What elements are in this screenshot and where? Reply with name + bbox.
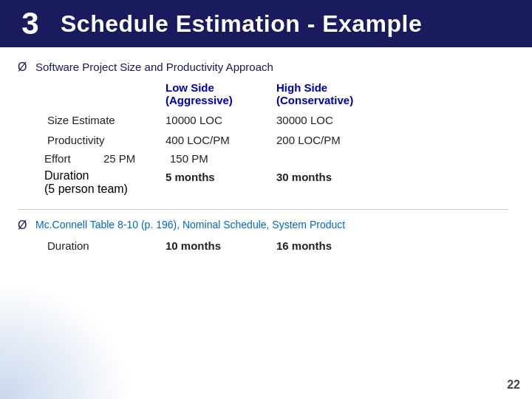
duration-sublabel: (5 person team) [44,183,163,196]
slide: 3 Schedule Estimation - Example Ø Softwa… [0,0,532,399]
duration2-table: Duration 10 months 16 months [18,238,508,253]
productivity-label: Productivity [44,132,163,148]
table-area: Low Side (Aggressive) High Side (Conserv… [18,80,508,200]
bullet-text-1: Software Project Size and Productivity A… [35,61,273,73]
effort-val1: 25 PM [103,152,170,165]
size-val2: 30000 LOC [273,112,392,128]
th-aggressive: (Aggressive) [166,94,233,106]
duration-val1: 5 months [163,169,273,185]
duration2-label: Duration [44,238,163,253]
bullet-row-1: Ø Software Project Size and Productivity… [18,61,508,74]
effort-row: Effort 25 PM 150 PM [44,152,508,165]
duration-label: Duration [44,169,163,183]
slide-header: 3 Schedule Estimation - Example [0,0,532,47]
size-val1: 10000 LOC [163,112,273,128]
size-estimate-row: Size Estimate 10000 LOC 30000 LOC [44,112,508,128]
bullet-row-2: Ø Mc.Connell Table 8-10 (p. 196), Nomina… [18,219,508,232]
th-col2: Low Side (Aggressive) [163,80,273,108]
duration2-val1: 10 months [163,238,273,253]
th-col1 [44,80,163,108]
effort-val2: 150 PM [170,152,208,165]
duration-label-block: Duration (5 person team) [44,169,163,196]
bullet-arrow-1: Ø [18,61,30,74]
th-high-side: High Side [276,81,327,94]
duration-row: Duration (5 person team) 5 months 30 mon… [44,169,508,196]
bullet-arrow-2: Ø [18,219,30,232]
page-number: 22 [507,378,520,392]
mcconnell-text: Mc.Connell Table 8-10 (p. 196), Nominal … [35,219,345,231]
duration2-val2: 16 months [273,238,392,253]
effort-label: Effort [44,152,103,165]
duration-val2: 30 months [273,169,392,185]
productivity-val2: 200 LOC/PM [273,132,392,148]
duration2-row: Duration 10 months 16 months [44,238,508,253]
th-conservative: (Conservative) [276,94,353,106]
divider [18,209,508,210]
slide-content: Ø Software Project Size and Productivity… [0,47,532,399]
th-low-side: Low Side [166,81,214,94]
slide-title: Schedule Estimation - Example [61,10,422,38]
slide-number: 3 [12,8,49,39]
productivity-val1: 400 LOC/PM [163,132,273,148]
table-header-row: Low Side (Aggressive) High Side (Conserv… [44,80,508,108]
th-col3: High Side (Conservative) [273,80,392,108]
productivity-row: Productivity 400 LOC/PM 200 LOC/PM [44,132,508,148]
size-label: Size Estimate [44,112,163,128]
